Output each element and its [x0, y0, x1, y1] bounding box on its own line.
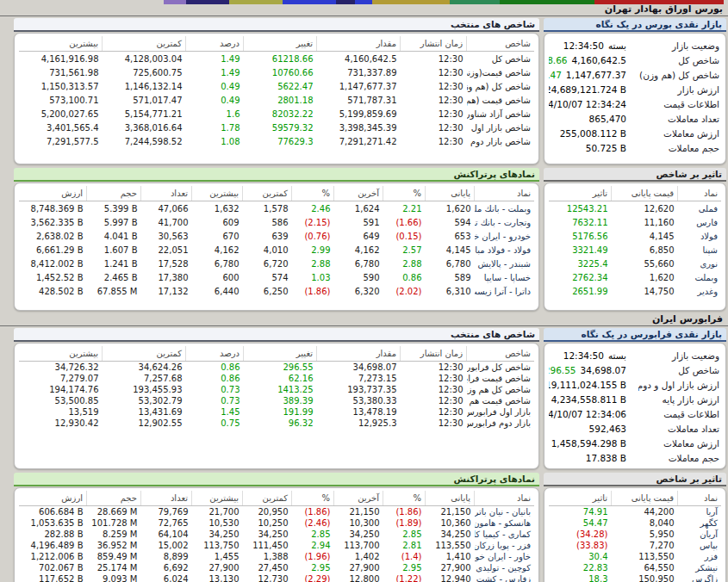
symbol-name[interactable]: شپنا — [678, 243, 722, 257]
symbol-name[interactable]: فولاد - فولاد مباركه اصفهان — [475, 243, 535, 257]
table-row[interactable]: شاخص قیمت فرابورس12:307,273.1562.160.867… — [19, 373, 534, 384]
table-row[interactable]: وبملت - بانك ملت1,6202.211,6242.461,5781… — [19, 201, 534, 216]
column-header-symbol-name[interactable]: نماد — [475, 186, 535, 201]
symbol-name[interactable]: فزر - پویا زرکان آق دره — [475, 540, 535, 551]
column-header-volume[interactable]: حجم — [87, 186, 141, 201]
bourse-traded-header[interactable]: نمادهای پرتراکنش — [14, 168, 539, 182]
column-header-close-price[interactable]: قیمت پایانی — [612, 186, 678, 201]
column-header-last-percent[interactable]: % — [292, 186, 334, 201]
column-header-index-value[interactable]: مقدار — [317, 346, 401, 362]
column-header-index-percent[interactable]: درصد — [186, 346, 244, 362]
symbol-name[interactable]: زاگرس — [678, 573, 722, 582]
table-row[interactable]: شاخص قیمت (هم وزن)12:30571,787.312801.18… — [19, 93, 534, 107]
table-row[interactable]: خساپا - سایپا5890.865901.0357460017,3802… — [19, 270, 534, 284]
table-row[interactable]: هانسکو - هامون نایزه10,360(1.89)10,300(2… — [19, 517, 534, 529]
menu-color-segment[interactable] — [450, 0, 500, 4]
table-row[interactable]: کگهر8,04054.47 — [549, 517, 721, 529]
symbol-name[interactable]: نوری — [678, 257, 722, 270]
menu-color-segment[interactable] — [164, 0, 186, 4]
table-row[interactable]: شاخص بازار اول12:303,398,345.3959579.321… — [19, 121, 534, 134]
column-header-impact-value[interactable]: تاثیر — [549, 186, 612, 201]
symbol-name[interactable]: فملی — [678, 201, 722, 216]
symbol-name[interactable]: کماری - کیمیا کالای رازی — [475, 529, 535, 540]
table-row[interactable]: شاخص کل (هم وزن)12:301,147,677.375622.47… — [19, 79, 534, 93]
farabourse-indices-header[interactable]: شاخص های منتخب — [14, 328, 539, 342]
bourse-impact-header[interactable]: تاثیر بر شاخص — [544, 168, 726, 182]
symbol-name[interactable]: زفارس - کشت وصنعت و دامپروری پگاه ... — [475, 573, 535, 582]
symbol-name[interactable]: آریان — [678, 529, 722, 540]
column-header-close-price[interactable]: قیمت پایانی — [612, 491, 678, 506]
column-header-index-name[interactable]: شاخص — [467, 346, 535, 362]
table-row[interactable]: وغدیر14,7502651.99 — [549, 284, 721, 298]
table-row[interactable]: بپاس7,270(33.83) — [549, 540, 721, 551]
column-header-publish-time[interactable]: زمان انتشار — [401, 346, 467, 362]
table-row[interactable]: نوری55,6603225.4 — [549, 257, 721, 270]
farabourse-impact-header[interactable]: تاثیر بر شاخص — [544, 473, 726, 486]
symbol-name[interactable]: وبملت — [678, 270, 722, 284]
column-header-impact-value[interactable]: تاثیر — [549, 491, 612, 506]
symbol-name[interactable]: بپاس — [678, 540, 722, 551]
table-row[interactable]: وبملت1,6202762.34 — [549, 270, 721, 284]
farabourse-glance-header[interactable]: بازار نقدی فرابورس در یک نگاه — [544, 328, 726, 342]
table-row[interactable]: شاخص کل هم وزن فرابورس12:30193,737.35141… — [19, 384, 534, 395]
menu-color-segment[interactable] — [355, 0, 372, 4]
menu-color-segment[interactable] — [0, 0, 164, 4]
table-row[interactable]: نیشکر64,55022.83 — [549, 562, 721, 573]
bourse-glance-header[interactable]: بازار نقدی بورس در یک نگاه — [544, 18, 726, 32]
table-row[interactable]: وتجارت - بانك تجارت594(1.66)591(2.15)586… — [19, 215, 534, 229]
symbol-name[interactable]: کگهر — [678, 517, 722, 529]
column-header-last-price[interactable]: آخرین — [334, 186, 383, 201]
table-row[interactable]: شاخص کل12:304,160,642.561218.661.494,128… — [19, 52, 534, 66]
column-header-index-low[interactable]: کمترین — [103, 346, 186, 362]
symbol-name[interactable]: شبندر - پالایش نفت بندرعباس — [475, 257, 535, 270]
menu-color-segment[interactable] — [336, 0, 355, 4]
table-row[interactable]: کوچین - تولیدی کوچین27,9002.9527,9002.95… — [19, 562, 534, 573]
column-header-value[interactable]: ارزش — [19, 491, 87, 506]
symbol-name[interactable]: وغدیر — [678, 284, 722, 298]
table-row[interactable]: زفارس - کشت وصنعت و دامپروری پگاه ...12,… — [19, 573, 534, 582]
column-header-index-change[interactable]: تغییر — [244, 36, 317, 52]
menu-color-segment[interactable] — [500, 0, 594, 4]
column-header-symbol-name[interactable]: نماد — [678, 186, 722, 201]
table-row[interactable]: فزر113,55030.4 — [549, 551, 721, 562]
table-row[interactable]: زاگرس150,95018.3 — [549, 573, 721, 582]
table-row[interactable]: آریا44,20074.91 — [549, 506, 721, 518]
symbol-name[interactable]: کوچین - تولیدی کوچین — [475, 562, 535, 573]
column-header-close-percent[interactable]: % — [383, 491, 426, 506]
table-row[interactable]: شاخص آزاد شناور12:305,199,859.6982032.22… — [19, 107, 534, 121]
column-header-value[interactable]: ارزش — [19, 186, 87, 201]
symbol-name[interactable]: فزر — [678, 551, 722, 562]
table-row[interactable]: بانیان - نیان باتری خاوران21,150(1.86)21… — [19, 506, 534, 518]
menu-color-segment[interactable] — [229, 0, 283, 4]
table-row[interactable]: کماری - کیمیا کالای رازی34,2502.8534,250… — [19, 529, 534, 540]
symbol-name[interactable]: وبملت - بانك ملت — [475, 201, 535, 216]
symbol-name[interactable]: بانیان - نیان باتری خاوران — [475, 506, 535, 518]
symbol-name[interactable]: فارس — [678, 215, 722, 229]
column-header-index-low[interactable]: کمترین — [103, 36, 186, 52]
column-header-low-price[interactable]: کمترین — [243, 491, 292, 506]
column-header-index-percent[interactable]: درصد — [186, 36, 244, 52]
symbol-name[interactable]: فولاد — [678, 229, 722, 243]
symbol-name[interactable]: نیشکر — [678, 562, 722, 573]
symbol-name[interactable]: هانسکو - هامون نایزه — [475, 517, 535, 529]
column-header-symbol-name[interactable]: نماد — [475, 491, 535, 506]
menu-color-segment[interactable] — [724, 0, 728, 4]
bourse-indices-header[interactable]: شاخص های منتخب — [14, 18, 539, 32]
column-header-close-percent[interactable]: % — [383, 186, 426, 201]
column-header-trade-count[interactable]: تعداد — [141, 491, 192, 506]
column-header-volume[interactable]: حجم — [87, 491, 141, 506]
table-row[interactable]: داترا - آترا زیست اراك6,310(2.02)6,320(1… — [19, 284, 534, 298]
column-header-last-price[interactable]: آخرین — [334, 491, 383, 506]
column-header-index-name[interactable]: شاخص — [467, 36, 535, 52]
table-row[interactable]: فملی12,62012543.21 — [549, 201, 721, 216]
column-header-trade-count[interactable]: تعداد — [141, 186, 192, 201]
column-header-index-change[interactable]: تغییر — [244, 346, 317, 362]
symbol-name[interactable]: خساپا - سایپا — [475, 270, 535, 284]
table-row[interactable]: خاور - ایران خودرو دیزل1,410(1.4)1,402(1… — [19, 551, 534, 562]
table-row[interactable]: بازار اول فرابورس12:3013,478.19191.991.4… — [19, 406, 534, 418]
column-header-high-price[interactable]: بیشترین — [192, 186, 243, 201]
table-row[interactable]: شبندر - پالایش نفت بندرعباس6,7802.886,78… — [19, 257, 534, 270]
symbol-name[interactable]: خاور - ایران خودرو دیزل — [475, 551, 535, 562]
menu-color-segment[interactable] — [372, 0, 450, 4]
column-header-last-percent[interactable]: % — [292, 491, 334, 506]
